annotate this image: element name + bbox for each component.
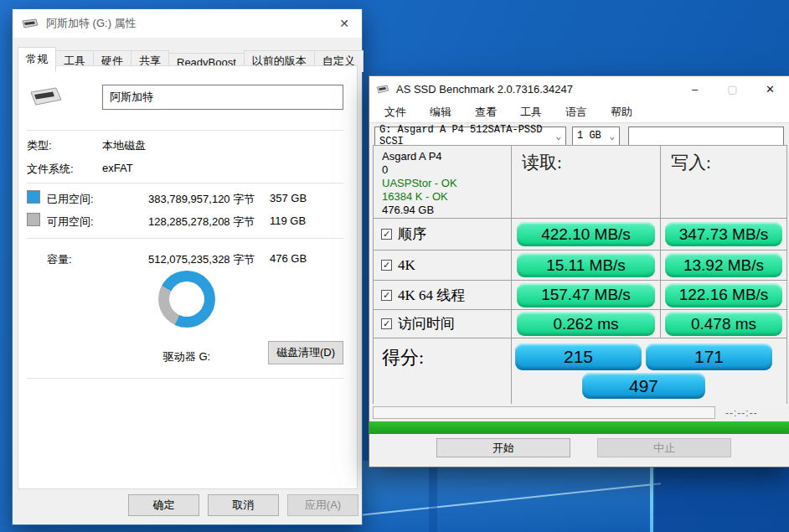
menu-help[interactable]: 帮助: [599, 105, 644, 120]
used-space-legend-swatch: [27, 190, 40, 204]
drive-icon: [21, 18, 39, 29]
type-label: 类型:: [27, 138, 52, 153]
menu-edit[interactable]: 编辑: [418, 105, 463, 120]
filesystem-value: exFAT: [102, 162, 133, 174]
close-icon[interactable]: ✕: [751, 76, 789, 101]
access-time-write-value: 0.478 ms: [665, 312, 782, 336]
desktop: { "icons": { "close": "✕", "minimize": "…: [0, 0, 789, 532]
drive-info-panel: Asgard A P4 0 UASPStor - OK 16384 K - OK…: [374, 146, 511, 218]
progress-bar-track: [373, 406, 715, 419]
score-panel: 215 171 497: [512, 338, 786, 409]
drive-capacity: 476.94 GB: [382, 204, 511, 217]
row-label-text: 4K: [398, 257, 415, 274]
filesystem-label: 文件系统:: [27, 162, 74, 177]
seq-row-label: ✓ 顺序: [374, 219, 511, 250]
tab-general[interactable]: 常规: [18, 47, 56, 72]
apply-button: 应用(A): [287, 494, 358, 516]
chevron-down-icon: ⌄: [555, 131, 565, 142]
score-write-value: 171: [646, 343, 772, 370]
menu-tools[interactable]: 工具: [508, 105, 554, 120]
checkbox-checked-icon[interactable]: ✓: [381, 229, 392, 240]
test-size-value: 1 GB: [577, 130, 601, 142]
drive-offset: 0: [382, 163, 511, 177]
general-tab-page: 类型: 本地磁盘 文件系统: exFAT 已用空间: 383,789,957,1…: [18, 65, 358, 489]
access-time-row-label: ✓ 访问时间: [374, 310, 511, 338]
row-label-text: 4K 64 线程: [398, 286, 465, 305]
properties-titlebar[interactable]: 阿斯加特 (G:) 属性: [13, 9, 362, 38]
fourk64-row-label: ✓ 4K 64 线程: [374, 281, 511, 309]
dialog-title: 阿斯加特 (G:) 属性: [46, 16, 137, 31]
fourk-read-cell: 15.11 MB/s: [512, 251, 660, 280]
seq-read-cell: 422.10 MB/s: [512, 219, 660, 250]
fourk-read-value: 15.11 MB/s: [517, 253, 656, 277]
free-space-legend-swatch: [27, 213, 40, 226]
score-total-value: 497: [582, 373, 705, 399]
drive-alignment-status: 16384 K - OK: [382, 190, 511, 204]
menu-view[interactable]: 查看: [463, 105, 508, 120]
checkbox-checked-icon[interactable]: ✓: [381, 290, 392, 301]
divider: [27, 130, 343, 131]
access-time-write-cell: 0.478 ms: [661, 310, 786, 338]
free-space-label: 可用空间:: [47, 214, 94, 230]
overall-progress-bar: [369, 421, 789, 434]
read-column-header: 读取:: [512, 146, 660, 218]
capacity-bytes: 512,075,235,328 字节: [148, 252, 255, 267]
menu-file[interactable]: 文件: [373, 105, 418, 120]
results-grid: Asgard A P4 0 UASPStor - OK 16384 K - OK…: [373, 145, 787, 404]
row-label-text: 顺序: [398, 225, 426, 244]
close-icon[interactable]: ✕: [327, 9, 362, 38]
score-label: 得分:: [374, 338, 511, 409]
disk-usage-donut-chart: [158, 271, 215, 328]
menu-language[interactable]: 语言: [554, 105, 599, 120]
drive-letter-label: 驱动器 G:: [136, 349, 238, 364]
drive-model: Asgard A P4: [382, 150, 511, 163]
divider: [27, 378, 343, 379]
divider: [27, 183, 343, 183]
seq-write-value: 347.73 MB/s: [665, 222, 782, 246]
capacity-size: 476 GB: [270, 252, 328, 265]
seq-read-value: 422.10 MB/s: [517, 222, 656, 246]
start-button[interactable]: 开始: [436, 438, 570, 457]
drive-select[interactable]: G: Asgard A P4 512SATA-PSSD SCSI ⌄: [374, 127, 566, 146]
wallpaper-dark-panel: [653, 467, 789, 532]
comment-input[interactable]: [628, 127, 784, 146]
test-size-select[interactable]: 1 GB ⌄: [572, 127, 620, 146]
cancel-button[interactable]: 取消: [208, 494, 279, 516]
fourk-write-value: 13.92 MB/s: [665, 253, 782, 277]
disk-cleanup-button[interactable]: 磁盘清理(D): [268, 341, 343, 364]
abort-button: 中止: [597, 438, 731, 457]
fourk64-read-value: 157.47 MB/s: [517, 283, 656, 307]
maximize-icon: ▢: [714, 76, 751, 101]
menu-bar: 文件 编辑 查看 工具 语言 帮助: [369, 101, 789, 123]
fourk64-write-cell: 122.16 MB/s: [661, 281, 786, 309]
minimize-icon[interactable]: –: [676, 76, 714, 101]
drive-driver-status: UASPStor - OK: [382, 177, 511, 190]
write-column-header: 写入:: [661, 146, 786, 218]
row-label-text: 访问时间: [398, 314, 455, 333]
access-time-read-value: 0.262 ms: [517, 312, 656, 336]
ok-button[interactable]: 确定: [128, 494, 199, 516]
fourk64-write-value: 122.16 MB/s: [665, 283, 782, 307]
checkbox-checked-icon[interactable]: ✓: [381, 318, 392, 329]
used-space-label: 已用空间:: [47, 192, 94, 207]
wallpaper-beam: [360, 461, 655, 532]
fourk64-read-cell: 157.47 MB/s: [512, 281, 660, 309]
benchmark-window: AS SSD Benchmark 2.0.7316.34247 – ▢ ✕ 文件…: [369, 75, 789, 467]
fourk-write-cell: 13.92 MB/s: [661, 251, 786, 280]
free-space-bytes: 128,285,278,208 字节: [148, 214, 255, 230]
properties-dialog: 阿斯加特 (G:) 属性 ✕ 常规 工具 硬件 共享 ReadyBoost 以前…: [12, 8, 363, 525]
seq-write-cell: 347.73 MB/s: [661, 219, 786, 250]
fourk-row-label: ✓ 4K: [374, 251, 511, 280]
wallpaper-beam-line: [361, 483, 661, 516]
app-icon: [376, 85, 390, 94]
eta-timer: --:--:--: [725, 407, 758, 419]
capacity-label: 容量:: [47, 252, 72, 267]
checkbox-checked-icon[interactable]: ✓: [381, 260, 392, 271]
type-value: 本地磁盘: [102, 138, 146, 153]
free-space-size: 119 GB: [270, 214, 328, 227]
score-read-value: 215: [515, 343, 642, 370]
volume-name-input[interactable]: [102, 85, 343, 110]
window-controls: – ▢ ✕: [676, 76, 789, 101]
wallpaper-dark-stripe: [429, 465, 437, 532]
drive-icon: [28, 85, 64, 108]
